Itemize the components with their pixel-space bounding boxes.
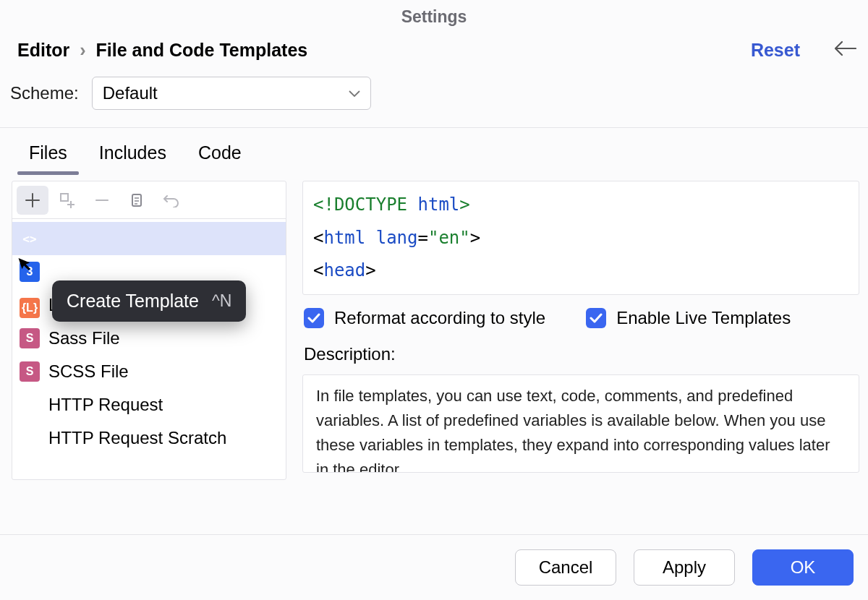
breadcrumb-separator: › xyxy=(80,40,85,61)
scheme-label: Scheme: xyxy=(10,83,79,103)
scheme-value: Default xyxy=(103,83,158,103)
header-actions: Reset xyxy=(751,40,856,61)
back-arrow-icon[interactable] xyxy=(835,40,856,60)
list-item[interactable]: API HTTP Request Scratch xyxy=(12,421,286,455)
code-token: = xyxy=(418,228,428,248)
code-token: "en" xyxy=(428,228,470,248)
list-item[interactable]: S SCSS File xyxy=(12,355,286,388)
apply-button[interactable]: Apply xyxy=(634,549,735,586)
scheme-row: Scheme: Default xyxy=(0,77,868,127)
add-template-button[interactable] xyxy=(17,186,48,215)
code-token: head xyxy=(323,260,365,280)
code-token: > xyxy=(470,228,480,248)
header-row: Editor › File and Code Templates Reset xyxy=(0,40,868,77)
cancel-button[interactable]: Cancel xyxy=(515,549,616,586)
copy-template-button[interactable] xyxy=(121,186,153,215)
scheme-select[interactable]: Default xyxy=(92,77,371,110)
description-text: In file templates, you can use text, cod… xyxy=(302,374,859,473)
template-list-pane: <> 3 {L} Less File S Sass File S SCSS Fi… xyxy=(12,181,286,480)
template-list[interactable]: <> 3 {L} Less File S Sass File S SCSS Fi… xyxy=(12,219,286,479)
breadcrumb-page: File and Code Templates xyxy=(96,40,308,61)
breadcrumb-root[interactable]: Editor xyxy=(17,40,69,61)
template-code-editor[interactable]: <!DOCTYPE html> <html lang="en"> <head> xyxy=(302,181,859,295)
remove-template-button[interactable] xyxy=(86,186,118,215)
tabs: Files Includes Code xyxy=(0,128,868,176)
api-file-icon: API xyxy=(20,428,40,448)
create-template-tooltip[interactable]: Create Template ^N xyxy=(52,280,246,322)
code-token: < xyxy=(313,260,323,280)
html-file-icon: <> xyxy=(20,228,40,249)
scss-file-icon: S xyxy=(20,361,40,382)
api-file-icon: API xyxy=(20,395,40,415)
checkbox-checked-icon xyxy=(304,308,324,328)
sass-file-icon: S xyxy=(20,328,40,348)
code-token: <! xyxy=(313,194,334,215)
reformat-label: Reformat according to style xyxy=(334,308,545,328)
list-item-label: Sass File xyxy=(48,328,120,348)
list-item[interactable]: API HTTP Request xyxy=(12,388,286,421)
settings-title: Settings xyxy=(0,0,868,40)
options-row: Reformat according to style Enable Live … xyxy=(302,304,859,331)
code-token: lang xyxy=(376,228,418,248)
dialog-footer: Cancel Apply OK xyxy=(0,534,868,600)
code-token: > xyxy=(459,194,469,215)
tooltip-label: Create Template xyxy=(67,291,199,312)
tooltip-shortcut: ^N xyxy=(212,291,231,311)
ok-button[interactable]: OK xyxy=(752,549,854,586)
tab-files[interactable]: Files xyxy=(29,142,67,173)
list-item-label: SCSS File xyxy=(48,361,129,382)
checkbox-checked-icon xyxy=(586,308,606,328)
svg-rect-0 xyxy=(61,194,68,201)
reformat-checkbox[interactable]: Reformat according to style xyxy=(304,308,545,328)
code-token: html xyxy=(418,194,460,215)
list-item-label: HTTP Request xyxy=(48,395,163,415)
live-templates-label: Enable Live Templates xyxy=(616,308,791,328)
list-item-label: HTTP Request Scratch xyxy=(48,428,226,448)
description-label: Description: xyxy=(302,340,859,366)
undo-button[interactable] xyxy=(156,186,187,215)
list-toolbar xyxy=(12,181,286,219)
code-token: > xyxy=(365,260,375,280)
live-templates-checkbox[interactable]: Enable Live Templates xyxy=(586,308,791,328)
list-item[interactable]: S Sass File xyxy=(12,322,286,355)
add-child-template-button[interactable] xyxy=(51,186,83,215)
template-editor-pane: <!DOCTYPE html> <html lang="en"> <head> … xyxy=(302,181,859,480)
code-token: < xyxy=(313,228,323,248)
code-token: DOCTYPE xyxy=(334,194,418,215)
tab-includes[interactable]: Includes xyxy=(99,142,166,173)
code-token: html xyxy=(323,228,375,248)
tab-code[interactable]: Code xyxy=(198,142,242,173)
less-file-icon: {L} xyxy=(20,298,40,318)
breadcrumb: Editor › File and Code Templates xyxy=(17,40,307,61)
list-item[interactable]: <> xyxy=(12,222,286,255)
reset-link[interactable]: Reset xyxy=(751,40,800,61)
content: <> 3 {L} Less File S Sass File S SCSS Fi… xyxy=(0,176,868,480)
chevron-down-icon xyxy=(349,86,360,101)
